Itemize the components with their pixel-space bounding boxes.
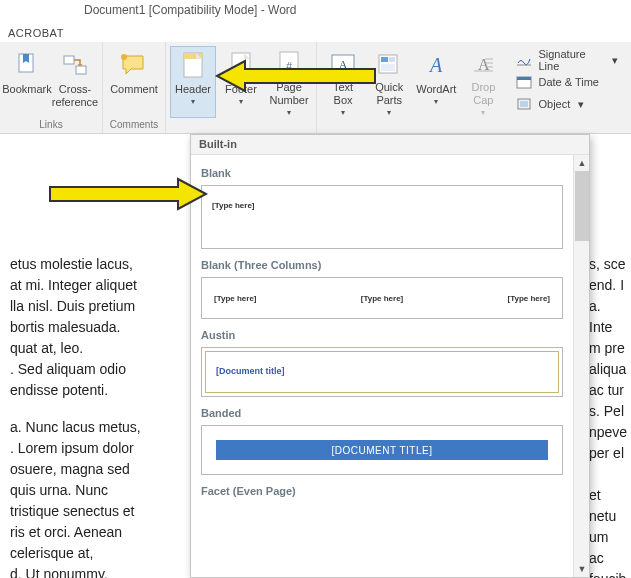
title-bar: Document1 [Compatibility Mode] - Word	[0, 0, 631, 20]
template-title-banded: Banded	[201, 407, 563, 419]
svg-text:A: A	[428, 54, 443, 76]
page-number-button[interactable]: # Page Number ▾	[266, 46, 312, 118]
svg-rect-7	[232, 71, 250, 77]
chevron-down-icon: ▾	[287, 108, 291, 117]
svg-rect-26	[520, 101, 528, 107]
group-header-footer: Header ▾ Footer ▾ # Page Number ▾	[166, 42, 316, 133]
template-three-columns[interactable]: [Type here] [Type here] [Type here]	[201, 277, 563, 319]
scroll-down-icon[interactable]: ▼	[574, 561, 590, 577]
chevron-down-icon: ▾	[387, 108, 391, 117]
wordart-button[interactable]: A WordArt ▾	[413, 46, 459, 118]
text-box-button[interactable]: A Text Box ▾	[321, 46, 365, 118]
text-box-icon: A	[327, 49, 359, 79]
template-title-blank: Blank	[201, 167, 563, 179]
gallery-heading: Built-in	[191, 135, 589, 155]
scroll-thumb[interactable]	[575, 171, 589, 241]
svg-text:#: #	[286, 60, 293, 72]
chevron-down-icon: ▾	[191, 97, 195, 106]
header-button[interactable]: Header ▾	[170, 46, 216, 118]
template-title-3col: Blank (Three Columns)	[201, 259, 563, 271]
header-gallery-dropdown[interactable]: Built-in Blank [Type here] Blank (Three …	[190, 134, 590, 578]
chevron-down-icon: ▾	[341, 108, 345, 117]
chevron-down-icon: ▾	[434, 97, 438, 106]
group-links: Bookmark Cross- reference Links	[0, 42, 103, 133]
chevron-down-icon: ▾	[578, 98, 584, 111]
tab-acrobat[interactable]: ACROBAT	[2, 24, 70, 42]
svg-rect-13	[381, 57, 388, 62]
bookmark-button[interactable]: Bookmark	[4, 46, 50, 118]
template-title-austin: Austin	[201, 329, 563, 341]
template-title-facet: Facet (Even Page)	[201, 485, 563, 497]
header-icon	[177, 49, 209, 81]
chevron-down-icon: ▾	[239, 97, 243, 106]
drop-cap-button[interactable]: A Drop Cap ▾	[461, 46, 505, 118]
group-text: A Text Box ▾ Quick Parts ▾ A WordArt ▾ A…	[316, 42, 631, 133]
gallery-scrollbar[interactable]: ▲ ▼	[573, 155, 589, 577]
comment-icon	[118, 49, 150, 81]
svg-text:A: A	[339, 58, 348, 72]
ribbon-tabs: ACROBAT	[0, 20, 631, 42]
svg-rect-2	[76, 66, 86, 74]
chevron-down-icon: ▾	[481, 108, 485, 117]
quick-parts-button[interactable]: Quick Parts ▾	[367, 46, 411, 118]
svg-rect-14	[389, 57, 395, 62]
chevron-down-icon: ▾	[612, 54, 618, 67]
date-time-button[interactable]: Date & Time	[511, 72, 623, 92]
scroll-up-icon[interactable]: ▲	[574, 155, 590, 171]
signature-line-button[interactable]: Signature Line ▾	[511, 50, 623, 70]
bookmark-icon	[11, 49, 43, 81]
page-number-icon: #	[273, 49, 305, 79]
drop-cap-icon: A	[467, 49, 499, 79]
ribbon: Bookmark Cross- reference Links Comment …	[0, 42, 631, 134]
gallery-body: Blank [Type here] Blank (Three Columns) …	[191, 155, 573, 577]
template-banded[interactable]: [DOCUMENT TITLE]	[201, 425, 563, 475]
comment-button[interactable]: Comment	[107, 46, 161, 118]
cross-reference-button[interactable]: Cross- reference	[52, 46, 98, 118]
svg-rect-15	[381, 64, 395, 71]
footer-button[interactable]: Footer ▾	[218, 46, 264, 118]
object-icon	[516, 96, 532, 112]
template-austin[interactable]: [Document title]	[201, 347, 563, 397]
template-blank[interactable]: [Type here]	[201, 185, 563, 249]
date-time-icon	[516, 74, 532, 90]
quick-parts-icon	[373, 49, 405, 79]
document-text-left[interactable]: etus molestie lacus, at mi. Integer aliq…	[0, 134, 190, 578]
footer-icon	[225, 49, 257, 81]
svg-rect-24	[517, 77, 531, 80]
group-comments: Comment Comments	[103, 42, 166, 133]
object-button[interactable]: Object ▾	[511, 94, 623, 114]
cross-reference-icon	[59, 49, 91, 81]
wordart-icon: A	[420, 49, 452, 81]
svg-point-3	[121, 54, 127, 60]
svg-rect-1	[64, 56, 74, 64]
document-text-right[interactable]: s, sce end. I a. Inte m pre aliqua ac tu…	[585, 134, 631, 578]
window-title: Document1 [Compatibility Mode] - Word	[84, 3, 297, 17]
signature-icon	[516, 52, 532, 68]
